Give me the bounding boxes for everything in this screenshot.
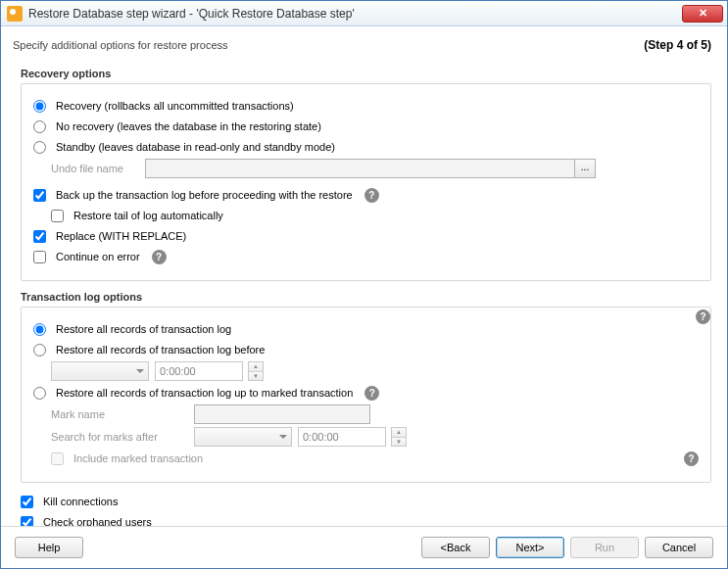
tlog-group-label: Transaction log options bbox=[21, 291, 711, 303]
check-restore-tail[interactable] bbox=[51, 210, 64, 222]
check-continue-error-label: Continue on error bbox=[56, 251, 140, 262]
help-icon[interactable]: ? bbox=[364, 386, 379, 401]
check-kill-connections[interactable] bbox=[21, 496, 33, 508]
radio-norecovery[interactable] bbox=[33, 120, 46, 133]
cancel-button[interactable]: Cancel bbox=[645, 537, 713, 558]
check-orphaned-users[interactable] bbox=[21, 516, 33, 527]
undo-label: Undo file name bbox=[51, 163, 139, 174]
radio-standby-label: Standby (leaves database in read-only an… bbox=[56, 141, 335, 153]
help-icon[interactable]: ? bbox=[364, 188, 379, 203]
search-date-dropdown[interactable] bbox=[194, 427, 292, 447]
check-backup-log-label: Back up the transaction log before proce… bbox=[56, 189, 353, 201]
help-button[interactable]: Help bbox=[15, 537, 83, 558]
mark-name-input[interactable] bbox=[194, 404, 370, 424]
radio-recovery[interactable] bbox=[33, 100, 46, 113]
back-button[interactable]: <Back bbox=[421, 537, 490, 558]
date-dropdown[interactable] bbox=[51, 361, 149, 381]
check-replace[interactable] bbox=[33, 230, 46, 243]
chevron-down-icon: ▼ bbox=[249, 372, 263, 381]
wizard-content: Recovery options Recovery (rollbacks all… bbox=[1, 62, 727, 526]
time-spinner[interactable]: ▲▼ bbox=[391, 427, 407, 447]
check-backup-log[interactable] bbox=[33, 189, 46, 202]
check-replace-label: Replace (WITH REPLACE) bbox=[56, 230, 186, 242]
chevron-down-icon bbox=[136, 369, 144, 373]
check-kill-connections-label: Kill connections bbox=[43, 496, 118, 507]
radio-tlog-all[interactable] bbox=[33, 323, 46, 336]
step-indicator: (Step 4 of 5) bbox=[644, 38, 711, 52]
recovery-group-label: Recovery options bbox=[21, 68, 711, 79]
wizard-header: Specify additional options for restore p… bbox=[1, 26, 727, 62]
undo-file-input[interactable] bbox=[145, 159, 575, 178]
next-button[interactable]: Next> bbox=[496, 537, 564, 558]
window-title: Restore Database step wizard - 'Quick Re… bbox=[28, 7, 682, 21]
help-icon[interactable]: ? bbox=[152, 250, 167, 264]
chevron-down-icon bbox=[279, 435, 287, 439]
mark-name-label: Mark name bbox=[51, 408, 188, 420]
check-include-marked-label: Include marked transaction bbox=[73, 452, 203, 464]
search-marks-label: Search for marks after bbox=[51, 431, 188, 443]
time-before-input[interactable] bbox=[155, 361, 243, 381]
close-button[interactable]: ✕ bbox=[682, 5, 723, 23]
radio-norecovery-label: No recovery (leaves the database in the … bbox=[56, 120, 321, 132]
help-icon[interactable]: ? bbox=[684, 451, 699, 466]
radio-tlog-marked-label: Restore all records of transaction log u… bbox=[56, 387, 353, 399]
time-after-input[interactable] bbox=[298, 427, 386, 447]
time-spinner[interactable]: ▲▼ bbox=[248, 361, 264, 381]
undo-browse-button[interactable]: ... bbox=[574, 159, 596, 178]
check-include-marked[interactable] bbox=[51, 452, 64, 465]
radio-tlog-before-label: Restore all records of transaction log b… bbox=[56, 344, 265, 356]
titlebar: Restore Database step wizard - 'Quick Re… bbox=[1, 1, 727, 26]
wizard-subtitle: Specify additional options for restore p… bbox=[13, 39, 228, 51]
chevron-up-icon: ▲ bbox=[249, 362, 263, 372]
recovery-group: Recovery (rollbacks all uncommitted tran… bbox=[21, 83, 711, 281]
radio-recovery-label: Recovery (rollbacks all uncommitted tran… bbox=[56, 100, 294, 112]
chevron-down-icon: ▼ bbox=[392, 438, 406, 447]
app-icon bbox=[7, 6, 23, 22]
radio-tlog-marked[interactable] bbox=[33, 387, 46, 400]
radio-tlog-all-label: Restore all records of transaction log bbox=[56, 323, 231, 335]
run-button[interactable]: Run bbox=[570, 537, 639, 558]
help-icon[interactable]: ? bbox=[696, 309, 710, 324]
check-orphaned-users-label: Check orphaned users bbox=[43, 516, 152, 526]
wizard-footer: Help <Back Next> Run Cancel bbox=[1, 526, 727, 568]
radio-standby[interactable] bbox=[33, 141, 46, 154]
check-restore-tail-label: Restore tail of log automatically bbox=[73, 210, 223, 221]
radio-tlog-before[interactable] bbox=[33, 344, 46, 356]
tlog-group: ? Restore all records of transaction log… bbox=[21, 307, 711, 483]
check-continue-error[interactable] bbox=[33, 251, 46, 263]
chevron-up-icon: ▲ bbox=[392, 428, 406, 438]
